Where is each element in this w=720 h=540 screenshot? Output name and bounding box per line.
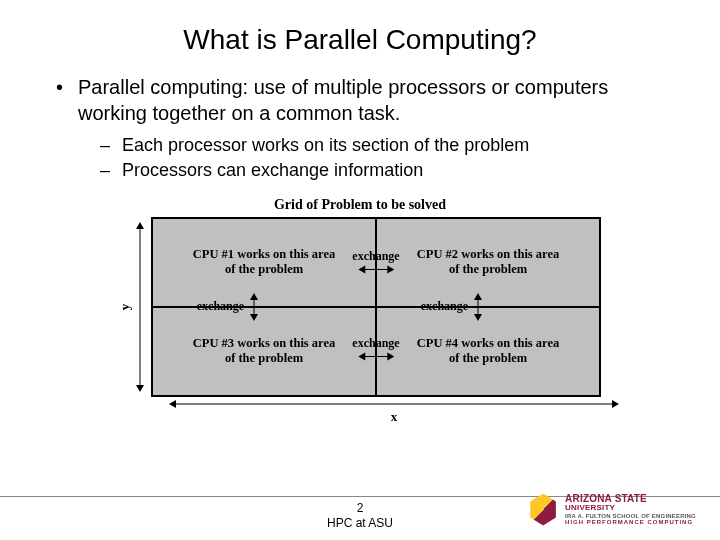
exchange-top-center: exchange: [352, 248, 399, 273]
cell-text: of the problem: [225, 262, 303, 277]
exchange-label: exchange: [421, 299, 468, 314]
exchange-right-middle: exchange: [421, 293, 482, 321]
asu-logo-text: ARIZONA STATE UNIVERSITY IRA A. FULTON S…: [565, 493, 696, 526]
sub-bullet: – Processors can exchange information: [100, 159, 664, 182]
bullet-text: Parallel computing: use of multiple proc…: [78, 74, 664, 126]
y-axis-arrow: [135, 222, 145, 392]
grid-cell-4: CPU #4 works on this area of the problem: [376, 307, 600, 396]
bullet-marker: •: [56, 74, 78, 126]
problem-grid: CPU #1 works on this area of the problem…: [151, 217, 601, 397]
y-axis: y: [119, 222, 145, 392]
double-arrow-horizontal-icon: [358, 352, 394, 360]
dash-marker: –: [100, 134, 122, 157]
logo-line: IRA A. FULTON SCHOOL OF ENGINEERING: [565, 513, 696, 520]
exchange-label: exchange: [197, 299, 244, 314]
logo-line: HIGH PERFORMANCE COMPUTING: [565, 519, 696, 526]
sub-text: Each processor works on its section of t…: [122, 134, 529, 157]
y-axis-label: y: [117, 301, 133, 313]
cell-text: CPU #4 works on this area: [417, 336, 559, 351]
dash-marker: –: [100, 159, 122, 182]
exchange-label: exchange: [352, 248, 399, 263]
exchange-bottom-center: exchange: [352, 335, 399, 360]
cell-text: CPU #2 works on this area: [417, 247, 559, 262]
grid-cell-1: CPU #1 works on this area of the problem: [152, 218, 376, 307]
diagram-title: Grid of Problem to be solved: [0, 197, 720, 213]
x-axis-arrow: [169, 399, 619, 409]
slide-title: What is Parallel Computing?: [0, 0, 720, 74]
double-arrow-vertical-icon: [250, 293, 258, 321]
grid-cell-3: CPU #3 works on this area of the problem: [152, 307, 376, 396]
sub-bullet-list: – Each processor works on its section of…: [56, 134, 664, 183]
x-axis-label: x: [391, 409, 398, 425]
sub-bullet: – Each processor works on its section of…: [100, 134, 664, 157]
grid-cell-2: CPU #2 works on this area of the problem: [376, 218, 600, 307]
content-area: • Parallel computing: use of multiple pr…: [0, 74, 720, 183]
cell-text: of the problem: [449, 351, 527, 366]
cell-text: of the problem: [449, 262, 527, 277]
logo-line: UNIVERSITY: [565, 504, 696, 513]
main-bullet: • Parallel computing: use of multiple pr…: [56, 74, 664, 126]
double-arrow-vertical-icon: [474, 293, 482, 321]
double-arrow-horizontal-icon: [358, 265, 394, 273]
asu-logo-icon: [527, 494, 559, 526]
cell-text: CPU #1 works on this area: [193, 247, 335, 262]
exchange-label: exchange: [352, 335, 399, 350]
cell-text: of the problem: [225, 351, 303, 366]
exchange-left-middle: exchange: [197, 293, 258, 321]
asu-logo: ARIZONA STATE UNIVERSITY IRA A. FULTON S…: [527, 493, 696, 526]
cell-text: CPU #3 works on this area: [193, 336, 335, 351]
x-axis: x: [0, 399, 720, 425]
footer: 2 HPC at ASU ARIZONA STATE UNIVERSITY IR…: [0, 496, 720, 532]
diagram: y CPU #1 works on this area of the probl…: [0, 217, 720, 397]
sub-text: Processors can exchange information: [122, 159, 423, 182]
